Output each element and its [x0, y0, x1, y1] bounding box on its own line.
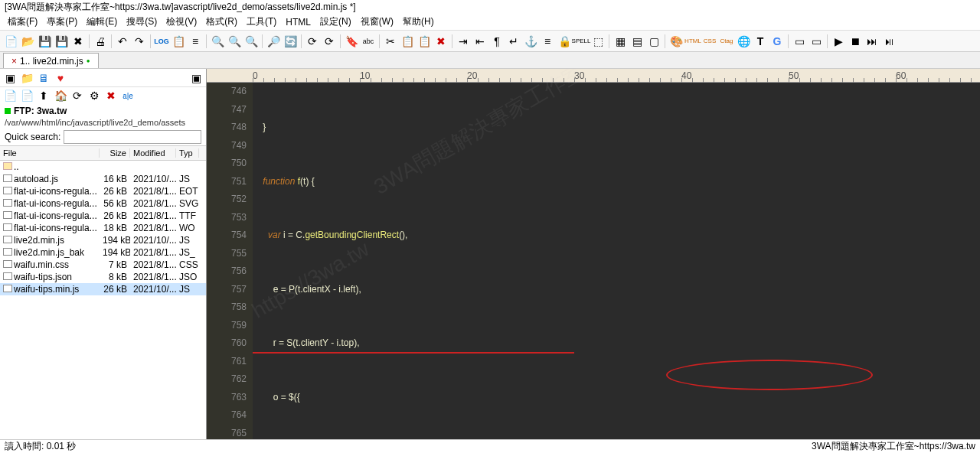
list-icon[interactable]: ≡ — [188, 34, 203, 49]
nav-new-icon[interactable]: 📄 — [3, 89, 17, 103]
file-row[interactable]: flat-ui-icons-regula...26 kB2021/8/1...T… — [0, 210, 206, 222]
panel-monitor-icon[interactable]: 🖥 — [37, 71, 51, 85]
code-area[interactable]: } function f(t) { var i = C.getBoundingC… — [253, 83, 980, 439]
tag-icon[interactable]: ⬚ — [590, 34, 606, 49]
col-size[interactable]: Size — [100, 148, 130, 158]
reload2-icon[interactable]: ⟳ — [322, 34, 337, 49]
ftp-label: FTP: 3wa.tw — [14, 106, 67, 116]
nav-rename-icon[interactable]: a|e — [121, 89, 135, 103]
nav-up-icon[interactable]: ⬆ — [37, 89, 51, 103]
menu-file[interactable]: 檔案(F) — [3, 14, 42, 30]
col-modified[interactable]: Modified — [130, 148, 176, 158]
new-file-icon[interactable]: 📄 — [3, 34, 18, 49]
file-row[interactable]: autoload.js16 kB2021/10/...JS — [0, 173, 206, 185]
panel-files-icon[interactable]: ▣ — [3, 71, 17, 85]
color-icon[interactable]: 🎨 — [668, 34, 684, 49]
panel-heart-icon[interactable]: ♥ — [54, 71, 67, 85]
toolbar: 📄 📂 💾 💾 ✖ 🖨 ↶ ↷ LOG 📋 ≡ 🔍 🔍 🔍 🔎 🔄 ⟳ ⟳ 🔖 … — [0, 31, 980, 52]
menu-format[interactable]: 格式(R) — [201, 14, 242, 30]
menu-search[interactable]: 搜尋(S) — [122, 14, 162, 30]
search-icon[interactable]: 🔍 — [210, 34, 225, 49]
zoom-in-icon[interactable]: 🔍 — [227, 34, 242, 49]
menu-settings[interactable]: 設定(N) — [315, 14, 356, 30]
nav-newfile-icon[interactable]: 📄 — [20, 89, 34, 103]
ctag-icon[interactable]: Ctag — [719, 34, 734, 49]
file-row[interactable]: live2d.min.js_bak194 kB2021/8/1...JS_ — [0, 246, 206, 259]
file-row[interactable]: waifu-tips.json8 kB2021/8/1...JSO — [0, 271, 206, 283]
reload-icon[interactable]: ⟳ — [305, 34, 320, 49]
indent-icon[interactable]: ⇥ — [456, 34, 471, 49]
ftp-path[interactable]: /var/www/html/inc/javascript/live2d_demo… — [0, 118, 206, 129]
para-icon[interactable]: ¶ — [489, 34, 505, 49]
file-table: File Size Modified Typ ..autoload.js16 k… — [0, 145, 206, 439]
anchor-icon[interactable]: ⚓ — [523, 34, 538, 49]
spell2-icon[interactable]: SPELL — [573, 34, 589, 49]
html-icon[interactable]: HTML — [685, 34, 701, 49]
quick-search-input[interactable] — [64, 130, 201, 144]
panel-windows-icon[interactable]: ▣ — [189, 71, 203, 85]
nav-config-icon[interactable]: ⚙ — [87, 89, 101, 103]
file-row[interactable]: flat-ui-icons-regula...26 kB2021/8/1...E… — [0, 185, 206, 197]
menu-edit[interactable]: 編輯(E) — [82, 14, 122, 30]
paste-icon[interactable]: 📋 — [416, 34, 432, 49]
stop-icon[interactable]: ⏹ — [848, 34, 863, 49]
status-left: 讀入時間: 0.01 秒 — [5, 440, 76, 453]
tab-file[interactable]: × 1.. live2d.min.js ● — [3, 53, 99, 68]
menu-html[interactable]: HTML — [281, 15, 315, 29]
play-icon[interactable]: ▶ — [831, 34, 846, 49]
form-icon[interactable]: ▤ — [629, 34, 645, 49]
panel-folder-icon[interactable]: 📁 — [20, 71, 34, 85]
menu-project[interactable]: 專案(P) — [42, 14, 82, 30]
menubar: 檔案(F) 專案(P) 編輯(E) 搜尋(S) 檢視(V) 格式(R) 工具(T… — [0, 14, 980, 31]
file-row[interactable]: flat-ui-icons-regula...56 kB2021/8/1...S… — [0, 197, 206, 210]
lock-icon[interactable]: 🔒 — [557, 34, 572, 49]
table-icon[interactable]: ▦ — [612, 34, 628, 49]
tab-close-icon[interactable]: × — [11, 54, 17, 69]
google-icon[interactable]: G — [769, 34, 785, 49]
menu-help[interactable]: 幫助(H) — [398, 14, 439, 30]
cell-icon[interactable]: ▢ — [646, 34, 662, 49]
col-type[interactable]: Typ — [176, 148, 199, 158]
end-icon[interactable]: ⏯ — [881, 34, 897, 49]
format-icon[interactable]: ≡ — [540, 34, 555, 49]
wrap-icon[interactable]: ↵ — [506, 34, 521, 49]
log-icon[interactable]: LOG — [154, 34, 169, 49]
nav-delete-icon[interactable]: ✖ — [104, 89, 118, 103]
replace-icon[interactable]: 🔄 — [283, 34, 298, 49]
copy-icon[interactable]: 📋 — [400, 34, 415, 49]
code-editor[interactable]: 010203040506070 746747748749750751752753… — [207, 69, 980, 439]
delete-icon[interactable]: ✖ — [433, 34, 449, 49]
outdent-icon[interactable]: ⇤ — [472, 34, 488, 49]
menu-tools[interactable]: 工具(T) — [242, 14, 281, 30]
nav-refresh-icon[interactable]: ⟳ — [70, 89, 84, 103]
spell-icon[interactable]: abc — [361, 34, 376, 49]
print-icon[interactable]: 🖨 — [93, 34, 108, 49]
line-gutter: 7467477487497507517527537547557567577587… — [207, 83, 253, 439]
globe-icon[interactable]: 🌐 — [736, 34, 751, 49]
win1-icon[interactable]: ▭ — [792, 34, 807, 49]
zoom-out-icon[interactable]: 🔍 — [243, 34, 259, 49]
save-all-icon[interactable]: 💾 — [54, 34, 69, 49]
col-file[interactable]: File — [0, 148, 100, 158]
bookmark-icon[interactable]: 🔖 — [344, 34, 359, 49]
file-row[interactable]: waifu.min.css7 kB2021/8/1...CSS — [0, 259, 206, 271]
file-row[interactable]: .. — [0, 161, 206, 173]
file-row[interactable]: live2d.min.js194 kB2021/10/...JS — [0, 234, 206, 246]
file-row[interactable]: flat-ui-icons-regula...18 kB2021/8/1...W… — [0, 222, 206, 234]
find-icon[interactable]: 🔎 — [266, 34, 281, 49]
undo-icon[interactable]: ↶ — [115, 34, 130, 49]
text-icon[interactable]: T — [753, 34, 768, 49]
menu-view[interactable]: 檢視(V) — [162, 14, 201, 30]
cut-icon[interactable]: ✂ — [383, 34, 398, 49]
file-row[interactable]: waifu-tips.min.js26 kB2021/10/...JS — [0, 283, 206, 295]
menu-window[interactable]: 視窗(W) — [356, 14, 398, 30]
css-icon[interactable]: CSS — [702, 34, 717, 49]
doc-icon[interactable]: 📋 — [171, 34, 186, 49]
open-icon[interactable]: 📂 — [20, 34, 35, 49]
nav-home-icon[interactable]: 🏠 — [54, 89, 67, 103]
redo-icon[interactable]: ↷ — [132, 34, 147, 49]
close-icon[interactable]: ✖ — [70, 34, 86, 49]
win2-icon[interactable]: ▭ — [808, 34, 824, 49]
next-icon[interactable]: ⏭ — [864, 34, 880, 49]
save-icon[interactable]: 💾 — [37, 34, 52, 49]
